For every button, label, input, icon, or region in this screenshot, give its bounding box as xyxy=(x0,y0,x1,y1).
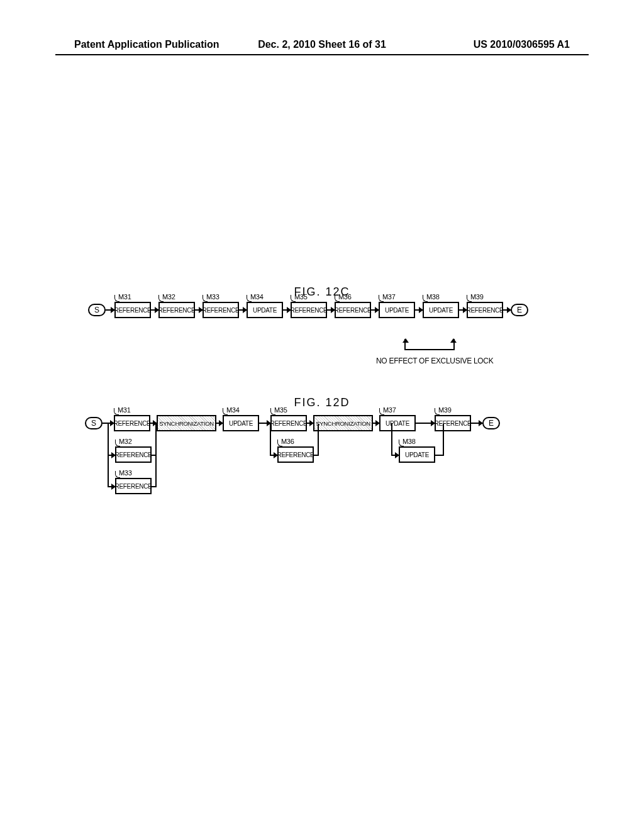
node-m36: M36REFERENCE xyxy=(335,302,371,318)
figure-12c-title: FIG. 12C xyxy=(0,285,644,299)
node-op-label: REFERENCE xyxy=(270,420,308,427)
node-m39: M39REFERENCE xyxy=(435,415,471,431)
end-label: E xyxy=(517,306,522,314)
date-sheet-label: Dec. 2, 2010 Sheet 16 of 31 xyxy=(258,39,386,50)
node-op-label: UPDATE xyxy=(229,420,253,427)
node-id-label: M35 xyxy=(274,406,287,414)
sync-node-2: SYNCHRONIZATION xyxy=(313,415,373,431)
flow-arrow xyxy=(195,309,203,311)
node-id-label: M38 xyxy=(426,293,440,301)
publication-label: Patent Application Publication xyxy=(74,39,219,50)
start-label: S xyxy=(91,419,96,428)
node-op-label: REFERENCE xyxy=(467,307,504,314)
node-id-label: M33 xyxy=(119,469,132,477)
node-m38: M38UPDATE xyxy=(423,302,459,318)
node-op-label: REFERENCE xyxy=(114,307,152,314)
node-m38: M38UPDATE xyxy=(399,446,435,463)
node-op-label: UPDATE xyxy=(253,307,277,314)
node-id-label: M32 xyxy=(119,438,132,445)
figure-12c-diagram: S M31REFERENCE M32REFERENCE M33REFERENCE… xyxy=(88,302,581,318)
node-op-label: REFERENCE xyxy=(114,420,151,427)
patent-number: US 2010/0306595 A1 xyxy=(474,39,570,50)
connector-arrow xyxy=(270,455,277,456)
node-id-label: M37 xyxy=(383,406,396,414)
node-id-label: M34 xyxy=(250,293,264,301)
node-m35: M35REFERENCE xyxy=(291,302,327,318)
node-op-label: REFERENCE xyxy=(335,307,372,314)
node-op-label: REFERENCE xyxy=(115,451,152,458)
node-m33: M33REFERENCE xyxy=(115,478,152,494)
lock-note: NO EFFECT OF EXCLUSIVE LOCK xyxy=(376,357,493,365)
node-op-label: REFERENCE xyxy=(277,451,314,458)
node-m31: M31REFERENCE xyxy=(114,415,150,431)
arrowhead-icon xyxy=(450,338,457,343)
start-node: S xyxy=(88,304,106,316)
node-op-label: UPDATE xyxy=(405,451,429,458)
node-id-label: M31 xyxy=(118,406,131,414)
node-m39: M39REFERENCE xyxy=(467,302,503,318)
figure-12d-diagram: S M31REFERENCE SYNCHRONIZATION M34UPDATE… xyxy=(85,415,500,494)
node-m34: M34UPDATE xyxy=(223,415,259,431)
connector-line xyxy=(270,424,271,455)
node-id-label: M38 xyxy=(402,438,416,445)
flow-arrow xyxy=(415,309,423,311)
header-rule xyxy=(55,54,589,55)
node-m32: M32REFERENCE xyxy=(115,446,152,463)
connector-arrow xyxy=(391,455,399,456)
flow-arrow xyxy=(259,423,270,424)
node-id-label: M31 xyxy=(118,293,131,301)
node-op-label: REFERENCE xyxy=(158,307,196,314)
node-id-label: M32 xyxy=(162,293,175,301)
flow-arrow xyxy=(307,423,313,424)
node-m37: M37UPDATE xyxy=(379,302,415,318)
connector-line xyxy=(435,455,444,456)
flow-arrow xyxy=(371,309,379,311)
figure-12d-title: FIG. 12D xyxy=(0,396,644,409)
flow-arrow xyxy=(216,423,223,424)
node-op-label: REFERENCE xyxy=(435,420,472,427)
connector-line xyxy=(391,424,392,455)
lock-bracket xyxy=(404,339,455,350)
node-m35: M35REFERENCE xyxy=(270,415,307,431)
node-id-label: M33 xyxy=(206,293,219,301)
node-id-label: M39 xyxy=(438,406,452,414)
node-op-label: REFERENCE xyxy=(115,483,152,490)
node-m31: M31REFERENCE xyxy=(114,302,151,318)
sync-label: SYNCHRONIZATION xyxy=(316,420,370,427)
node-id-label: M39 xyxy=(470,293,484,301)
node-op-label: REFERENCE xyxy=(203,307,240,314)
end-label: E xyxy=(489,419,494,428)
node-m32: M32REFERENCE xyxy=(158,302,195,318)
start-label: S xyxy=(94,306,99,314)
flow-arrow xyxy=(283,309,291,311)
connector-line xyxy=(318,424,319,455)
connector-line xyxy=(152,486,157,487)
page-header: Patent Application Publication Dec. 2, 2… xyxy=(0,39,644,50)
node-id-label: M35 xyxy=(294,293,308,301)
node-op-label: UPDATE xyxy=(385,307,409,314)
node-op-label: REFERENCE xyxy=(291,307,328,314)
sync-label: SYNCHRONIZATION xyxy=(159,420,214,427)
sync-node-1: SYNCHRONIZATION xyxy=(157,415,216,431)
flow-arrow xyxy=(327,309,335,311)
flow-arrow xyxy=(106,309,114,311)
node-id-label: M34 xyxy=(226,406,240,414)
node-op-label: UPDATE xyxy=(386,420,409,427)
connector-arrow xyxy=(108,455,115,456)
flow-arrow xyxy=(471,423,482,424)
flow-arrow xyxy=(503,309,511,311)
flow-arrow xyxy=(373,423,379,424)
connector-line xyxy=(314,455,319,456)
start-node: S xyxy=(85,417,103,429)
flow-arrow xyxy=(151,309,158,311)
node-id-label: M36 xyxy=(338,293,352,301)
flow-arrow xyxy=(416,423,435,424)
node-m33: M33REFERENCE xyxy=(203,302,239,318)
connector-arrow xyxy=(108,486,115,487)
connector-line xyxy=(443,424,444,455)
flow-arrow xyxy=(239,309,247,311)
arrowhead-icon xyxy=(402,338,409,343)
node-id-label: M37 xyxy=(382,293,396,301)
node-m34: M34UPDATE xyxy=(247,302,283,318)
end-node: E xyxy=(482,417,500,429)
